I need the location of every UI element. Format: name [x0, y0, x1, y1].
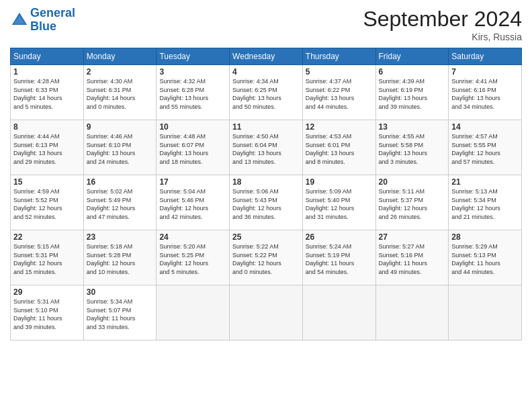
day-info: Sunrise: 5:04 AM Sunset: 5:46 PM Dayligh…: [159, 187, 226, 221]
logo-line2: Blue: [30, 19, 56, 33]
day-info: Sunrise: 5:20 AM Sunset: 5:25 PM Dayligh…: [159, 242, 226, 276]
calendar-cell: 10Sunrise: 4:48 AM Sunset: 6:07 PM Dayli…: [157, 120, 230, 175]
day-number: 17: [159, 177, 226, 187]
calendar-cell: 25Sunrise: 5:22 AM Sunset: 5:22 PM Dayli…: [230, 230, 303, 285]
day-number: 20: [379, 177, 446, 187]
day-number: 29: [13, 287, 81, 297]
header-day: Monday: [83, 48, 157, 65]
calendar-cell: 27Sunrise: 5:27 AM Sunset: 5:16 PM Dayli…: [375, 230, 449, 285]
calendar-cell: 21Sunrise: 5:13 AM Sunset: 5:34 PM Dayli…: [449, 175, 522, 230]
calendar-cell: 26Sunrise: 5:24 AM Sunset: 5:19 PM Dayli…: [302, 230, 375, 285]
calendar-cell: [157, 285, 230, 340]
calendar-cell: 11Sunrise: 4:50 AM Sunset: 6:04 PM Dayli…: [230, 120, 303, 175]
header-row: SundayMondayTuesdayWednesdayThursdayFrid…: [11, 48, 522, 65]
day-number: 19: [306, 177, 373, 187]
day-info: Sunrise: 4:53 AM Sunset: 6:01 PM Dayligh…: [306, 132, 373, 166]
day-number: 30: [87, 287, 154, 297]
logo: General Blue: [10, 7, 75, 34]
calendar-cell: 23Sunrise: 5:18 AM Sunset: 5:28 PM Dayli…: [83, 230, 157, 285]
location: Kirs, Russia: [363, 32, 522, 42]
day-info: Sunrise: 4:30 AM Sunset: 6:31 PM Dayligh…: [87, 77, 154, 111]
calendar-cell: 6Sunrise: 4:39 AM Sunset: 6:19 PM Daylig…: [375, 65, 449, 120]
calendar-cell: 22Sunrise: 5:15 AM Sunset: 5:31 PM Dayli…: [11, 230, 84, 285]
day-info: Sunrise: 5:34 AM Sunset: 5:07 PM Dayligh…: [87, 298, 154, 331]
day-info: Sunrise: 5:31 AM Sunset: 5:10 PM Dayligh…: [13, 298, 81, 331]
title-section: September 2024 Kirs, Russia: [363, 7, 522, 42]
day-number: 13: [379, 122, 446, 132]
calendar-cell: 30Sunrise: 5:34 AM Sunset: 5:07 PM Dayli…: [83, 285, 157, 340]
calendar-page: General Blue September 2024 Kirs, Russia…: [0, 0, 532, 411]
day-info: Sunrise: 4:50 AM Sunset: 6:04 PM Dayligh…: [232, 132, 300, 166]
calendar-cell: 24Sunrise: 5:20 AM Sunset: 5:25 PM Dayli…: [157, 230, 230, 285]
day-info: Sunrise: 4:34 AM Sunset: 6:25 PM Dayligh…: [232, 77, 300, 111]
day-number: 23: [87, 232, 154, 242]
week-row: 22Sunrise: 5:15 AM Sunset: 5:31 PM Dayli…: [11, 230, 522, 285]
day-info: Sunrise: 4:37 AM Sunset: 6:22 PM Dayligh…: [306, 77, 373, 111]
day-info: Sunrise: 4:41 AM Sunset: 6:16 PM Dayligh…: [451, 77, 519, 111]
day-number: 1: [13, 67, 81, 77]
calendar-cell: [449, 285, 522, 340]
day-info: Sunrise: 5:02 AM Sunset: 5:49 PM Dayligh…: [87, 187, 154, 221]
header-day: Thursday: [302, 48, 375, 65]
week-row: 8Sunrise: 4:44 AM Sunset: 6:13 PM Daylig…: [11, 120, 522, 175]
header-day: Sunday: [11, 48, 84, 65]
day-info: Sunrise: 5:18 AM Sunset: 5:28 PM Dayligh…: [87, 242, 154, 276]
day-info: Sunrise: 5:27 AM Sunset: 5:16 PM Dayligh…: [379, 242, 446, 276]
calendar-cell: 7Sunrise: 4:41 AM Sunset: 6:16 PM Daylig…: [449, 65, 522, 120]
day-info: Sunrise: 5:22 AM Sunset: 5:22 PM Dayligh…: [232, 242, 300, 276]
day-number: 27: [379, 232, 446, 242]
day-number: 11: [232, 122, 300, 132]
calendar-cell: 13Sunrise: 4:55 AM Sunset: 5:58 PM Dayli…: [375, 120, 449, 175]
calendar-cell: 20Sunrise: 5:11 AM Sunset: 5:37 PM Dayli…: [375, 175, 449, 230]
header-day: Tuesday: [157, 48, 230, 65]
day-number: 25: [232, 232, 300, 242]
day-number: 9: [87, 122, 154, 132]
day-info: Sunrise: 5:13 AM Sunset: 5:34 PM Dayligh…: [451, 187, 519, 221]
day-number: 3: [159, 67, 226, 77]
calendar-cell: 4Sunrise: 4:34 AM Sunset: 6:25 PM Daylig…: [230, 65, 303, 120]
day-number: 4: [232, 67, 300, 77]
calendar-cell: [230, 285, 303, 340]
day-info: Sunrise: 4:28 AM Sunset: 6:33 PM Dayligh…: [13, 77, 81, 111]
day-info: Sunrise: 4:57 AM Sunset: 5:55 PM Dayligh…: [451, 132, 519, 166]
day-number: 26: [306, 232, 373, 242]
day-info: Sunrise: 5:15 AM Sunset: 5:31 PM Dayligh…: [13, 242, 81, 276]
day-number: 15: [13, 177, 81, 187]
header: General Blue September 2024 Kirs, Russia: [10, 7, 522, 42]
logo-line1: General: [30, 6, 75, 19]
calendar-cell: [375, 285, 449, 340]
calendar-cell: 17Sunrise: 5:04 AM Sunset: 5:46 PM Dayli…: [157, 175, 230, 230]
day-number: 10: [159, 122, 226, 132]
calendar-cell: 18Sunrise: 5:06 AM Sunset: 5:43 PM Dayli…: [230, 175, 303, 230]
day-number: 12: [306, 122, 373, 132]
header-day: Saturday: [449, 48, 522, 65]
day-number: 28: [451, 232, 519, 242]
day-number: 8: [13, 122, 81, 132]
calendar-cell: 2Sunrise: 4:30 AM Sunset: 6:31 PM Daylig…: [83, 65, 157, 120]
day-number: 14: [451, 122, 519, 132]
day-info: Sunrise: 4:48 AM Sunset: 6:07 PM Dayligh…: [159, 132, 226, 166]
day-number: 21: [451, 177, 519, 187]
calendar-cell: 9Sunrise: 4:46 AM Sunset: 6:10 PM Daylig…: [83, 120, 157, 175]
calendar-cell: 3Sunrise: 4:32 AM Sunset: 6:28 PM Daylig…: [157, 65, 230, 120]
day-number: 24: [159, 232, 226, 242]
day-info: Sunrise: 4:39 AM Sunset: 6:19 PM Dayligh…: [379, 77, 446, 111]
header-day: Friday: [375, 48, 449, 65]
logo-text: General Blue: [30, 7, 75, 34]
header-day: Wednesday: [230, 48, 303, 65]
day-info: Sunrise: 4:32 AM Sunset: 6:28 PM Dayligh…: [159, 77, 226, 111]
calendar-cell: 29Sunrise: 5:31 AM Sunset: 5:10 PM Dayli…: [11, 285, 84, 340]
day-number: 16: [87, 177, 154, 187]
day-info: Sunrise: 4:44 AM Sunset: 6:13 PM Dayligh…: [13, 132, 81, 166]
logo-icon: [10, 11, 29, 30]
calendar-cell: 12Sunrise: 4:53 AM Sunset: 6:01 PM Dayli…: [302, 120, 375, 175]
calendar-cell: 8Sunrise: 4:44 AM Sunset: 6:13 PM Daylig…: [11, 120, 84, 175]
day-number: 22: [13, 232, 81, 242]
day-number: 6: [379, 67, 446, 77]
day-info: Sunrise: 5:29 AM Sunset: 5:13 PM Dayligh…: [451, 242, 519, 276]
calendar-cell: [302, 285, 375, 340]
day-info: Sunrise: 4:55 AM Sunset: 5:58 PM Dayligh…: [379, 132, 446, 166]
day-info: Sunrise: 5:09 AM Sunset: 5:40 PM Dayligh…: [306, 187, 373, 221]
day-info: Sunrise: 4:46 AM Sunset: 6:10 PM Dayligh…: [87, 132, 154, 166]
calendar-cell: 14Sunrise: 4:57 AM Sunset: 5:55 PM Dayli…: [449, 120, 522, 175]
